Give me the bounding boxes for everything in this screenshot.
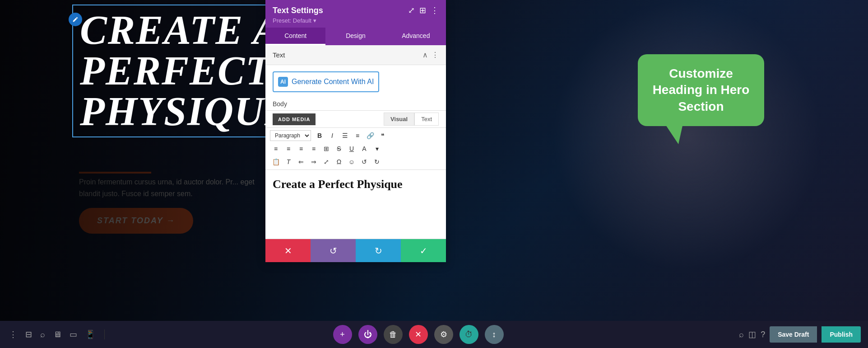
add-element-button[interactable]: + <box>333 325 352 344</box>
search-icon[interactable]: ⌕ <box>739 330 744 339</box>
heading-line3: PHYSIQUE <box>80 91 292 132</box>
text-section-header: Text ∧ ⋮ <box>265 45 446 65</box>
desktop-view-icon[interactable]: 🖥 <box>53 330 61 339</box>
emoji-button[interactable]: ☺ <box>346 156 357 168</box>
tablet-view-icon[interactable]: ▭ <box>70 329 77 339</box>
layers-icon[interactable]: ◫ <box>748 329 756 339</box>
copy-format-button[interactable]: 📋 <box>270 156 282 168</box>
cancel-button[interactable]: ✕ <box>265 239 311 262</box>
generate-ai-button[interactable]: AI Generate Content With AI <box>273 71 379 92</box>
rte-row-1: Paragraph Heading 1 Heading 2 B I ☰ ≡ 🔗 … <box>270 130 441 141</box>
add-media-button[interactable]: ADD MEDIA <box>273 113 316 125</box>
bottom-toolbar: ⋮ ⊟ ⌕ 🖥 ▭ 📱 + ⏻ 🗑 ✕ ⚙ ⏱ ↕ ⌕ ◫ ? Save Dra… <box>0 321 868 348</box>
table-button[interactable]: ⊞ <box>320 143 332 155</box>
body-label: Body <box>265 99 446 110</box>
editor-toolbar-top: ADD MEDIA Visual Text <box>265 110 446 128</box>
undo-button[interactable]: ↺ <box>311 239 356 262</box>
view-tabs: Visual Text <box>384 113 439 126</box>
clear-format-button[interactable]: T <box>283 156 294 168</box>
heading-line2: PERFECT <box>80 51 292 91</box>
italic-button[interactable]: I <box>326 130 338 141</box>
redo-editor-button[interactable]: ↻ <box>371 156 383 168</box>
mobile-view-icon[interactable]: 📱 <box>85 329 95 339</box>
text-settings-panel: Text Settings ⤢ ⊞ ⋮ Preset: Default ▾ Co… <box>265 0 446 262</box>
view-tab-visual[interactable]: Visual <box>384 113 414 126</box>
outdent-button[interactable]: ⇐ <box>295 156 307 168</box>
panel-title: Text Settings <box>273 6 323 15</box>
close-button[interactable]: ✕ <box>409 325 428 344</box>
cancel-icon: ✕ <box>284 245 292 256</box>
bottom-right-tools: ⌕ ◫ ? Save Draft Publish <box>732 326 868 343</box>
section-header-icons: ∧ ⋮ <box>422 51 439 59</box>
redo-icon: ↻ <box>375 245 382 256</box>
panel-preset[interactable]: Preset: Default ▾ <box>273 17 439 24</box>
editor-heading-text: Create a Perfect Physique <box>273 177 439 191</box>
undo-editor-button[interactable]: ↺ <box>358 156 370 168</box>
numbered-list-button[interactable]: ≡ <box>352 130 363 141</box>
ai-button-label: Generate Content With AI <box>292 78 374 86</box>
section-more-icon[interactable]: ⋮ <box>432 51 439 59</box>
panel-title-row: Text Settings ⤢ ⊞ ⋮ <box>273 5 439 15</box>
hero-heading: CREATE A PERFECT PHYSIQUE <box>80 10 292 132</box>
editor-content[interactable]: Create a Perfect Physique <box>265 170 446 206</box>
underline-button[interactable]: U <box>346 143 357 155</box>
help-icon[interactable]: ? <box>761 330 765 339</box>
align-center-button[interactable]: ≡ <box>283 143 294 155</box>
dumbbell-image <box>552 0 823 271</box>
blockquote-button[interactable]: ❝ <box>377 130 389 141</box>
pencil-icon <box>72 16 79 23</box>
edit-button[interactable] <box>69 13 82 26</box>
strikethrough-button[interactable]: S <box>333 143 345 155</box>
rte-row-2: ≡ ≡ ≡ ≡ ⊞ S U A ▾ <box>270 143 441 155</box>
panel-tabs: Content Design Advanced <box>265 28 446 45</box>
paragraph-select[interactable]: Paragraph Heading 1 Heading 2 <box>270 130 311 141</box>
more-options-icon[interactable]: ⋮ <box>431 5 439 15</box>
bottom-left-tools: ⋮ ⊟ ⌕ 🖥 ▭ 📱 <box>0 329 105 339</box>
tab-advanced[interactable]: Advanced <box>386 28 446 45</box>
rich-text-toolbar: Paragraph Heading 1 Heading 2 B I ☰ ≡ 🔗 … <box>265 128 446 170</box>
delete-button[interactable]: 🗑 <box>384 325 403 344</box>
confirm-icon: ✓ <box>420 245 427 256</box>
publish-button[interactable]: Publish <box>822 326 861 343</box>
redo-button[interactable]: ↻ <box>356 239 401 262</box>
expand-icon[interactable]: ⤢ <box>408 5 415 15</box>
panel-body: Text ∧ ⋮ AI Generate Content With AI Bod… <box>265 45 446 239</box>
bullet-list-button[interactable]: ☰ <box>339 130 351 141</box>
ai-icon-label: AI <box>280 79 286 85</box>
tooltip-text: Customize Heading in Hero Section <box>653 66 750 113</box>
sort-button[interactable]: ↕ <box>485 325 504 344</box>
search-pages-icon[interactable]: ⌕ <box>40 330 45 339</box>
panel-footer: ✕ ↺ ↻ ✓ <box>265 239 446 262</box>
tooltip-bubble: Customize Heading in Hero Section <box>638 54 764 126</box>
history-button[interactable]: ⏱ <box>460 325 478 344</box>
panel-header: Text Settings ⤢ ⊞ ⋮ Preset: Default ▾ <box>265 0 446 28</box>
link-button[interactable]: 🔗 <box>364 130 376 141</box>
indent-button[interactable]: ⇒ <box>308 156 320 168</box>
bold-button[interactable]: B <box>314 130 325 141</box>
text-color-button[interactable]: A <box>358 143 370 155</box>
fullscreen-button[interactable]: ⤢ <box>320 156 332 168</box>
bottom-center-tools: + ⏻ 🗑 ✕ ⚙ ⏱ ↕ <box>105 325 732 344</box>
align-left-button[interactable]: ≡ <box>270 143 282 155</box>
tab-content[interactable]: Content <box>265 28 325 45</box>
heading-line1: CREATE A <box>80 10 292 51</box>
dropdown-more[interactable]: ▾ <box>371 143 383 155</box>
align-justify-button[interactable]: ≡ <box>308 143 320 155</box>
confirm-button[interactable]: ✓ <box>401 239 446 262</box>
layout-icon[interactable]: ⊟ <box>25 329 32 339</box>
grid-icon[interactable]: ⊞ <box>419 5 426 15</box>
ai-icon: AI <box>278 77 288 87</box>
view-tab-text[interactable]: Text <box>414 113 439 126</box>
rte-row-3: 📋 T ⇐ ⇒ ⤢ Ω ☺ ↺ ↻ <box>270 156 441 168</box>
power-button[interactable]: ⏻ <box>358 325 377 344</box>
special-char-button[interactable]: Ω <box>333 156 345 168</box>
settings-button[interactable]: ⚙ <box>434 325 453 344</box>
align-right-button[interactable]: ≡ <box>295 143 307 155</box>
save-draft-button[interactable]: Save Draft <box>770 326 817 343</box>
undo-icon: ↺ <box>330 245 337 256</box>
more-menu-icon[interactable]: ⋮ <box>9 329 17 339</box>
section-title: Text <box>273 51 285 59</box>
collapse-icon[interactable]: ∧ <box>422 51 428 59</box>
panel-header-icons: ⤢ ⊞ ⋮ <box>408 5 439 15</box>
tab-design[interactable]: Design <box>325 28 385 45</box>
